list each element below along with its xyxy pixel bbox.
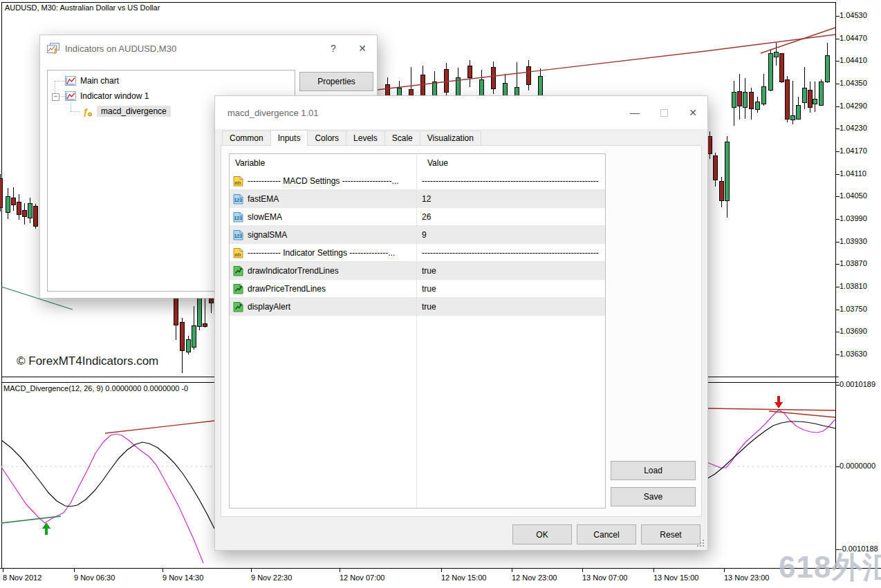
parameter-value[interactable]: true xyxy=(416,266,605,276)
parameter-value[interactable]: 26 xyxy=(416,212,605,222)
parameter-name: 123signalSMA xyxy=(230,229,416,240)
tab-inputs[interactable]: Inputs xyxy=(270,130,308,146)
bear-candle xyxy=(738,92,742,106)
parameter-value[interactable]: true xyxy=(416,302,605,312)
time-axis-label: 12 Nov 23:00 xyxy=(512,573,557,582)
price-axis-label: 1.04290 xyxy=(840,102,867,110)
parameter-row[interactable]: drawIndicatorTrendLinestrue xyxy=(230,262,605,280)
parameter-row[interactable]: 123slowEMA26 xyxy=(230,208,605,226)
parameter-row[interactable]: 123signalSMA9 xyxy=(230,226,605,244)
svg-text:ƒ: ƒ xyxy=(83,106,88,117)
bull-candle xyxy=(762,87,766,104)
close-icon[interactable]: ✕ xyxy=(678,96,707,129)
bear-candle xyxy=(808,91,813,108)
bull-candle xyxy=(797,106,801,120)
parameter-value[interactable]: ----------------------------------------… xyxy=(416,248,605,258)
bear-candle xyxy=(23,211,27,217)
price-axis-label: 1.04350 xyxy=(840,79,867,87)
minimize-icon[interactable]: — xyxy=(620,96,649,129)
chart-symbol-label: AUDUSD, M30: Australian Dollar vs US Dol… xyxy=(5,3,160,12)
number-type-icon: 123 xyxy=(233,211,243,222)
bull-candle xyxy=(775,53,779,57)
bear-candle xyxy=(0,179,3,208)
indicator-trendline-red-left xyxy=(105,421,214,433)
cancel-button[interactable]: Cancel xyxy=(577,524,636,544)
time-axis-label: 13 Nov 07:00 xyxy=(582,573,627,582)
parameter-row[interactable]: ab------------ Indicator Settings ------… xyxy=(230,244,605,262)
time-axis-label: 8 Nov 2012 xyxy=(3,573,41,582)
chart-icon xyxy=(65,91,76,101)
tab-common[interactable]: Common xyxy=(222,131,271,145)
sell-signal-arrow xyxy=(775,396,783,408)
parameter-value[interactable]: true xyxy=(416,284,605,294)
tab-colors[interactable]: Colors xyxy=(307,131,346,145)
buy-signal-arrow xyxy=(42,522,50,535)
tab-scale[interactable]: Scale xyxy=(384,131,420,145)
number-type-icon: 123 xyxy=(233,193,243,205)
parameter-row[interactable]: drawPriceTrendLinestrue xyxy=(230,280,605,298)
bull-candle xyxy=(819,82,824,106)
indicators-dialog-titlebar[interactable]: ƒ Indicators on AUDUSD,M30 ? ✕ xyxy=(40,35,377,61)
close-icon[interactable]: ✕ xyxy=(348,35,377,61)
svg-text:ab: ab xyxy=(234,251,241,257)
help-button[interactable]: ? xyxy=(319,35,348,61)
signal-line-right xyxy=(707,421,835,479)
bool-type-icon xyxy=(233,301,243,312)
price-axis-label: 1.03630 xyxy=(840,350,867,358)
parameter-value[interactable]: 9 xyxy=(416,230,605,240)
parameters-table[interactable]: Variable Value ab------------ MACD Setti… xyxy=(229,153,606,509)
macd-line-left xyxy=(1,434,203,563)
tab-visualization[interactable]: Visualization xyxy=(420,131,481,145)
indicator-axis-label: 0.0000000 xyxy=(840,462,875,470)
resize-grip[interactable] xyxy=(703,545,704,547)
tree-connector xyxy=(59,96,64,97)
parameter-row[interactable]: displayAlerttrue xyxy=(230,298,605,316)
table-rows: ab------------ MACD Settings -----------… xyxy=(230,172,605,316)
macd-line-right xyxy=(707,410,835,468)
text-type-icon: ab xyxy=(233,176,243,187)
tree-item-macd-divergence[interactable]: ƒ macd_divergence xyxy=(82,104,171,119)
properties-dialog-titlebar[interactable]: macd_divergence 1.01 — ✕ xyxy=(215,96,707,130)
indicator-trendline-green xyxy=(1,516,61,523)
ok-button[interactable]: OK xyxy=(512,524,572,544)
tab-levels[interactable]: Levels xyxy=(346,131,385,145)
bull-candle xyxy=(192,326,196,348)
save-button[interactable]: Save xyxy=(611,487,696,506)
bull-candle xyxy=(480,80,484,97)
bear-candle xyxy=(34,207,38,227)
bear-candle xyxy=(714,156,718,180)
indicator-trendline-red-2 xyxy=(769,411,835,417)
bool-type-icon xyxy=(233,283,243,294)
tree-connector xyxy=(71,111,80,112)
bear-candle xyxy=(203,324,207,327)
tree-collapse-toggle[interactable]: − xyxy=(52,93,59,101)
parameter-value[interactable]: 12 xyxy=(416,194,605,204)
column-separator xyxy=(416,154,417,508)
bear-candle xyxy=(780,54,784,82)
bull-candle xyxy=(539,77,543,97)
parameter-value[interactable]: ----------------------------------------… xyxy=(416,176,605,186)
price-axis-label: 1.04110 xyxy=(840,169,866,178)
number-type-icon: 123 xyxy=(233,229,243,240)
price-trendline-lower xyxy=(761,28,835,53)
reset-button[interactable]: Reset xyxy=(641,524,701,544)
bear-candle xyxy=(527,67,531,85)
time-axis-label: 13 Nov 15:00 xyxy=(653,573,698,582)
price-axis-label: 1.04470 xyxy=(840,34,867,42)
maximize-icon[interactable] xyxy=(649,96,678,129)
bull-candle xyxy=(813,99,817,104)
bull-candle xyxy=(791,116,795,120)
tree-item-main-chart[interactable]: Main chart xyxy=(65,73,119,88)
tree-item-indicator-window[interactable]: Indicator window 1 xyxy=(65,88,149,104)
bear-candle xyxy=(421,75,425,97)
bull-candle xyxy=(6,197,10,213)
time-axis-label: 12 Nov 15:00 xyxy=(441,573,486,582)
load-button[interactable]: Load xyxy=(611,461,696,480)
mt4-terminal: AUDUSD, M30: Australian Dollar vs US Dol… xyxy=(0,0,881,588)
time-axis-label: 9 Nov 22:30 xyxy=(251,573,292,582)
parameter-name: drawPriceTrendLines xyxy=(230,283,416,294)
bull-candle xyxy=(732,93,736,108)
parameter-row[interactable]: 123fastEMA12 xyxy=(230,190,605,208)
parameter-row[interactable]: ab------------ MACD Settings -----------… xyxy=(230,172,605,190)
properties-button[interactable]: Properties xyxy=(299,72,373,91)
